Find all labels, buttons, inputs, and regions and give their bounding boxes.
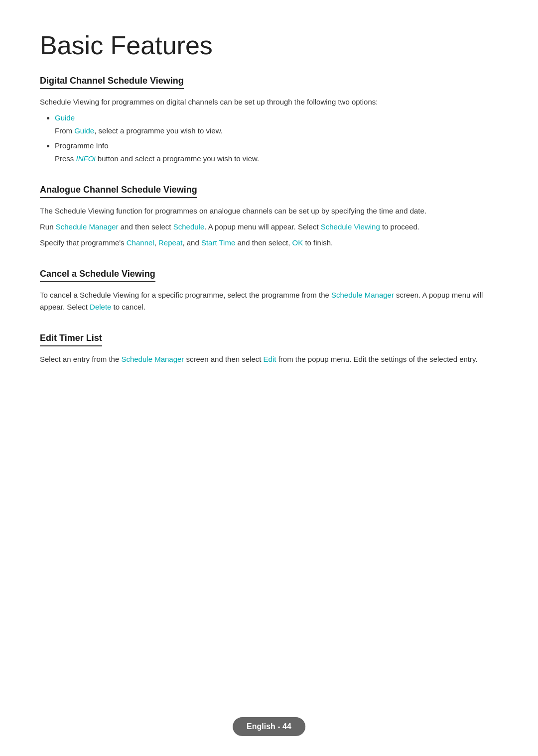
digital-channel-bullets: Guide From Guide, select a programme you… (55, 112, 498, 165)
section-analogue-channel: Analogue Channel Schedule Viewing The Sc… (40, 185, 498, 249)
heading-cancel-schedule: Cancel a Schedule Viewing (40, 269, 155, 282)
schedule-manager-link-2[interactable]: Schedule Manager (331, 291, 394, 299)
programme-info-label: Programme Info (55, 141, 109, 150)
delete-link[interactable]: Delete (90, 303, 111, 311)
analogue-para-2: Run Schedule Manager and then select Sch… (40, 221, 498, 233)
guide-link[interactable]: Guide (55, 113, 75, 122)
channel-link[interactable]: Channel (127, 238, 154, 247)
analogue-para-3: Specify that programme's Channel, Repeat… (40, 237, 498, 249)
repeat-link[interactable]: Repeat (158, 238, 182, 247)
page-container: Basic Features Digital Channel Schedule … (0, 0, 538, 435)
schedule-link[interactable]: Schedule (173, 222, 205, 231)
section-edit-timer: Edit Timer List Select an entry from the… (40, 333, 498, 365)
programme-info-subtext: Press INFOi button and select a programm… (48, 153, 498, 165)
schedule-manager-link-1[interactable]: Schedule Manager (56, 222, 119, 231)
edit-timer-text: Select an entry from the Schedule Manage… (40, 353, 498, 365)
edit-link[interactable]: Edit (264, 355, 276, 363)
guide-subtext: From Guide, select a programme you wish … (48, 125, 498, 137)
footer-page-label: English - 44 (233, 717, 305, 736)
ok-link[interactable]: OK (292, 238, 303, 247)
list-item: Programme Info Press INFOi button and se… (55, 140, 498, 165)
start-time-link[interactable]: Start Time (201, 238, 235, 247)
page-title: Basic Features (40, 30, 498, 61)
analogue-intro: The Schedule Viewing function for progra… (40, 205, 498, 217)
list-item: Guide From Guide, select a programme you… (55, 112, 498, 137)
schedule-viewing-link[interactable]: Schedule Viewing (321, 222, 380, 231)
guide-link-2[interactable]: Guide (74, 126, 94, 135)
info-button-link[interactable]: INFOi (76, 154, 96, 163)
section-digital-channel: Digital Channel Schedule Viewing Schedul… (40, 76, 498, 165)
cancel-schedule-text: To cancel a Schedule Viewing for a speci… (40, 289, 498, 313)
heading-edit-timer: Edit Timer List (40, 333, 102, 346)
heading-analogue-channel: Analogue Channel Schedule Viewing (40, 185, 197, 198)
digital-channel-intro: Schedule Viewing for programmes on digit… (40, 96, 498, 108)
heading-digital-channel: Digital Channel Schedule Viewing (40, 76, 184, 89)
schedule-manager-link-3[interactable]: Schedule Manager (121, 355, 184, 363)
section-cancel-schedule: Cancel a Schedule Viewing To cancel a Sc… (40, 269, 498, 313)
